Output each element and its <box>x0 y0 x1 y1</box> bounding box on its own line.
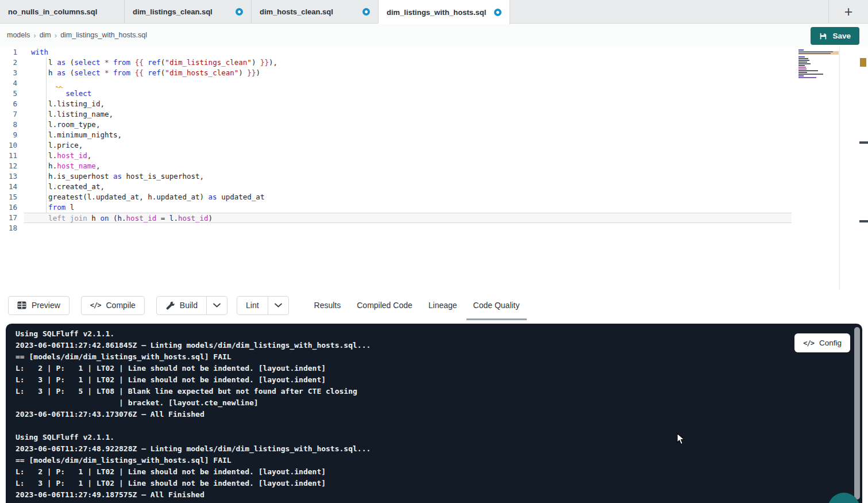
modified-dot-icon <box>236 8 243 16</box>
editor-divider <box>839 47 840 290</box>
code-line[interactable]: l.room_type, <box>24 120 792 130</box>
editor-gutter: 123456789101112131415161718 <box>0 47 17 233</box>
editor-toolbar: Preview </> Compile Build Lint ResultsCo… <box>0 290 868 320</box>
line-number: 14 <box>0 182 17 192</box>
editor-minimap[interactable] <box>798 49 839 82</box>
code-line[interactable] <box>24 223 792 233</box>
line-number: 13 <box>0 171 17 182</box>
save-label: Save <box>832 32 851 40</box>
panel-tabs: ResultsCompiled CodeLineageCode Quality <box>307 290 527 320</box>
breadcrumb-item[interactable]: dim <box>40 31 51 39</box>
terminal-line: L: 2 | P: 1 | LT02 | Line should not be … <box>16 363 788 374</box>
mouse-cursor-icon <box>677 433 685 447</box>
code-line[interactable]: greatest(l.updated_at, h.updated_at) as … <box>24 192 792 202</box>
tab-dim_listings_clean.sql[interactable]: dim_listings_clean.sql <box>125 0 252 23</box>
code-line[interactable] <box>24 78 792 89</box>
overview-currentline-marker <box>859 220 868 222</box>
save-button[interactable]: Save <box>811 27 859 45</box>
code-line[interactable]: h.is_superhost as host_is_superhost, <box>24 171 792 182</box>
line-number: 2 <box>0 57 17 68</box>
tab-no_nulls_in_columns.sql[interactable]: no_nulls_in_columns.sql <box>0 0 125 23</box>
line-number: 3 <box>0 68 17 78</box>
line-number: 7 <box>0 109 17 120</box>
terminal-line: 2023-06-06T11:27:48.922828Z — Linting mo… <box>16 443 788 455</box>
breadcrumb: models›dim›dim_listings_with_hosts.sql <box>7 24 147 47</box>
terminal-scrollbar-thumb[interactable] <box>854 327 860 500</box>
lint-button[interactable]: Lint <box>237 297 268 314</box>
table-icon <box>17 301 26 309</box>
terminal-line: 2023-06-06T11:27:42.861845Z — Linting mo… <box>16 340 788 351</box>
build-button[interactable]: Build <box>157 297 206 314</box>
code-line[interactable]: l.created_at, <box>24 182 792 192</box>
breadcrumb-separator: › <box>30 31 39 40</box>
overview-warning-marker <box>860 58 866 67</box>
build-label: Build <box>180 301 198 310</box>
line-number: 5 <box>0 89 17 99</box>
line-number: 10 <box>0 140 17 151</box>
tab-dim_hosts_clean.sql[interactable]: dim_hosts_clean.sql <box>252 0 379 23</box>
panel-tab-code-quality[interactable]: Code Quality <box>466 290 527 320</box>
build-dropdown-button[interactable] <box>206 297 227 314</box>
code-line[interactable]: from l <box>24 202 792 213</box>
line-number: 8 <box>0 120 17 130</box>
code-line[interactable]: l.listing_id, <box>24 99 792 109</box>
panel-tab-compiled-code[interactable]: Compiled Code <box>350 290 419 320</box>
terminal-line: | bracket. [layout.cte_newline] <box>16 397 788 409</box>
code-line[interactable]: left join h on (h.host_id = l.host_id) <box>24 213 792 223</box>
code-line[interactable]: with <box>24 47 792 57</box>
code-icon: </> <box>90 301 101 309</box>
code-line[interactable]: h.host_name, <box>24 161 792 171</box>
terminal-line: == [models/dim/dim_listings_with_hosts.s… <box>16 455 788 466</box>
panel-tab-results[interactable]: Results <box>307 290 348 320</box>
breadcrumb-item[interactable]: models <box>7 31 30 39</box>
tab-label: no_nulls_in_columns.sql <box>8 7 97 16</box>
terminal-line: 2023-06-06T11:27:43.173076Z — All Finish… <box>16 409 788 420</box>
chevron-down-icon <box>213 303 221 308</box>
terminal-line: Using SQLFluff v2.1.1. <box>16 328 788 340</box>
tab-bar: no_nulls_in_columns.sqldim_listings_clea… <box>0 0 868 24</box>
preview-label: Preview <box>32 301 60 310</box>
config-button[interactable]: </> Config <box>794 333 850 352</box>
terminal-line <box>16 420 788 432</box>
line-number: 1 <box>0 47 17 57</box>
plus-icon: + <box>844 3 853 20</box>
terminal-line: 2023-06-06T11:27:49.187575Z — All Finish… <box>16 489 788 501</box>
line-number: 18 <box>0 223 17 233</box>
line-number: 4 <box>0 78 17 89</box>
line-number: 12 <box>0 161 17 171</box>
hammer-icon <box>165 301 175 310</box>
terminal-line: L: 2 | P: 1 | LT02 | Line should not be … <box>16 466 788 478</box>
build-split-button: Build <box>156 296 227 315</box>
tab-label: dim_hosts_clean.sql <box>260 7 333 16</box>
preview-button[interactable]: Preview <box>8 296 70 315</box>
code-line[interactable]: h as (select * from {{ ref("dim_hosts_cl… <box>24 68 792 78</box>
modified-dot-icon <box>494 9 501 16</box>
breadcrumb-separator: › <box>51 31 60 40</box>
panel-tab-lineage[interactable]: Lineage <box>422 290 464 320</box>
line-number: 11 <box>0 151 17 161</box>
compile-label: Compile <box>106 301 135 310</box>
minimap-lines <box>798 49 839 78</box>
modified-dot-icon <box>362 8 370 16</box>
new-tab-button[interactable]: + <box>828 0 868 24</box>
terminal-line: == [models/dim/dim_listings_with_hosts.s… <box>16 351 788 363</box>
compile-button[interactable]: </> Compile <box>81 296 145 315</box>
code-line[interactable]: l.minimum_nights, <box>24 130 792 140</box>
code-line[interactable]: select <box>24 89 792 99</box>
terminal-line: L: 3 | P: 5 | LT08 | Blank line expected… <box>16 386 788 397</box>
terminal-line: L: 3 | P: 1 | LT02 | Line should not be … <box>16 374 788 386</box>
terminal-line: L: 3 | P: 1 | LT02 | Line should not be … <box>16 478 788 489</box>
tab-dim_listings_with_hosts.sql[interactable]: dim_listings_with_hosts.sql <box>379 0 510 24</box>
code-line[interactable]: l.host_id, <box>24 151 792 161</box>
terminal-line: Using SQLFluff v2.1.1. <box>16 432 788 443</box>
code-line[interactable]: l.price, <box>24 140 792 151</box>
config-label: Config <box>819 339 842 347</box>
breadcrumb-item[interactable]: dim_listings_with_hosts.sql <box>60 31 147 39</box>
lint-dropdown-button[interactable] <box>268 297 288 314</box>
code-line[interactable]: l as (select * from {{ ref("dim_listings… <box>24 57 792 68</box>
terminal-panel: Using SQLFluff v2.1.1.2023-06-06T11:27:4… <box>6 324 862 503</box>
line-number: 6 <box>0 99 17 109</box>
breadcrumb-bar: models›dim›dim_listings_with_hosts.sql S… <box>0 24 868 47</box>
code-editor[interactable]: 123456789101112131415161718 with l as (s… <box>0 47 868 290</box>
code-line[interactable]: l.listing_name, <box>24 109 792 120</box>
